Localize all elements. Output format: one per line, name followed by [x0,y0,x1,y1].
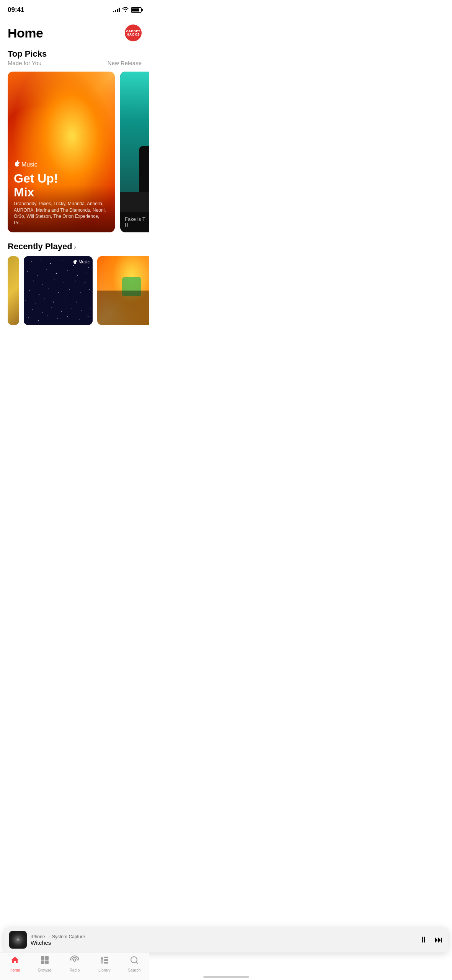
recent-card-stars[interactable]: Music [24,256,93,325]
get-up-mix-card[interactable]: Music Get Up! Mix Grandaddy, Pixies, Tri… [8,72,115,232]
svg-point-21 [29,290,30,291]
svg-point-22 [39,294,39,295]
svg-rect-0 [24,256,93,325]
svg-point-14 [86,272,87,272]
svg-point-7 [88,267,89,268]
wifi-icon [122,7,129,13]
svg-point-26 [80,292,80,292]
svg-point-27 [89,289,90,290]
svg-point-12 [67,270,68,271]
new-release-card[interactable]: Fake Is T H [120,72,149,232]
svg-point-32 [65,299,65,299]
svg-point-34 [86,300,86,300]
svg-point-43 [38,320,39,321]
page-header: Home GADGET HACKS [0,17,149,45]
svg-point-37 [51,307,52,308]
svg-point-23 [48,288,49,289]
signal-icon [113,8,120,12]
new-release-overlay: Fake Is T H [120,212,149,232]
svg-point-30 [44,298,45,298]
battery-icon [131,7,142,13]
orange-dark-overlay [97,291,149,325]
new-release-label2: H [125,222,149,228]
status-bar: 09:41 [0,0,149,17]
svg-point-20 [85,283,85,283]
svg-point-10 [46,269,47,270]
svg-point-31 [53,302,54,302]
avatar-text-bottom: HACKS [126,33,140,36]
avatar[interactable]: GADGET HACKS [125,24,142,41]
svg-point-39 [71,309,72,309]
svg-point-36 [42,312,42,313]
status-time: 09:41 [8,6,24,14]
svg-point-11 [56,273,57,274]
page-title: Home [8,26,43,41]
top-picks-section-header: Top Picks Made for You New Release [0,45,149,66]
top-picks-subtitle-row: Made for You New Release [8,60,142,66]
svg-point-45 [57,318,58,318]
new-release-bg [120,72,149,192]
svg-point-35 [32,309,33,310]
svg-point-25 [69,289,70,290]
status-icons [113,7,142,13]
card-overlay: Music Get Up! Mix Grandaddy, Pixies, Tri… [8,154,115,232]
svg-point-3 [50,263,51,264]
svg-point-16 [42,284,43,285]
svg-point-38 [61,311,62,312]
svg-point-9 [37,275,38,276]
top-picks-scroll[interactable]: Music Get Up! Mix Grandaddy, Pixies, Tri… [0,66,149,236]
person-body [139,146,149,192]
recently-played-title: Recently Played [8,242,72,252]
card-description: Grandaddy, Pixies, Tricky, Mïrändä, Anne… [14,201,109,226]
svg-point-42 [28,317,29,318]
apple-music-badge-text: Music [78,260,90,264]
svg-point-17 [54,279,54,279]
new-release-label: Fake Is T [125,216,149,222]
new-release-link[interactable]: New Release [108,60,142,66]
top-picks-title: Top Picks [8,49,142,59]
svg-point-19 [75,281,76,281]
svg-point-29 [35,304,36,304]
svg-point-24 [58,292,59,293]
chevron-right-icon: › [74,242,77,251]
recent-card-orange[interactable] [97,256,149,325]
svg-point-48 [88,316,88,317]
svg-point-46 [67,316,68,317]
svg-point-18 [64,283,64,283]
apple-logo-icon [14,160,20,169]
svg-point-33 [76,302,77,302]
apple-music-logo: Music [14,160,109,169]
apple-music-text: Music [21,161,38,168]
top-picks-subtitle: Made for You [8,60,41,66]
svg-point-5 [73,265,74,266]
svg-point-4 [62,260,62,261]
svg-point-2 [41,259,41,260]
svg-point-13 [77,275,78,276]
recent-card-partial[interactable] [8,256,19,325]
person-head [149,126,149,145]
recently-played-scroll[interactable]: Music [0,252,149,329]
svg-point-1 [31,261,32,262]
apple-music-badge: Music [73,259,90,265]
card-title: Get Up! Mix [14,172,109,199]
svg-point-40 [82,310,82,311]
svg-point-8 [27,271,28,272]
stars-svg [24,256,93,325]
svg-point-41 [90,309,91,309]
svg-point-28 [25,300,26,301]
recently-played-header[interactable]: Recently Played › [0,236,149,252]
svg-point-44 [47,315,47,315]
svg-point-47 [79,319,79,319]
svg-point-15 [33,281,34,281]
